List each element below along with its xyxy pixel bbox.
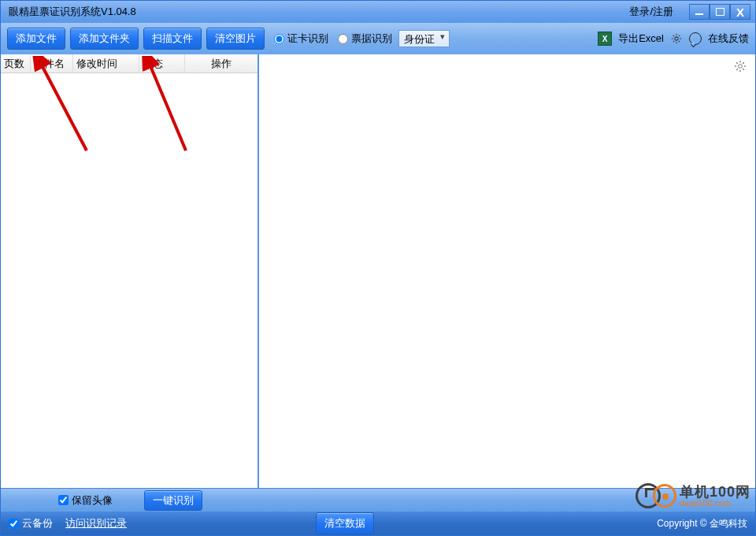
svg-line-1 (40, 62, 87, 151)
chat-icon (689, 32, 702, 45)
file-table-body (1, 73, 258, 488)
bill-recognition-radio[interactable]: 票据识别 (338, 32, 392, 46)
file-list-panel: 页数 文件名 修改时间 状态 操作 (1, 54, 259, 488)
keep-avatar-checkbox-input[interactable] (58, 495, 69, 505)
cloud-backup-checkbox[interactable]: 云备份 (9, 516, 53, 530)
panel-settings-icon[interactable] (733, 59, 747, 73)
doc-type-select[interactable]: 身份证 (398, 30, 450, 47)
col-status[interactable]: 状态 (139, 54, 185, 73)
copyright-text: Copyright © 金鸣科技 (657, 517, 747, 530)
bill-recognition-label: 票据识别 (351, 32, 392, 46)
excel-icon: X (598, 32, 612, 46)
card-recognition-label: 证卡识别 (287, 32, 328, 46)
export-settings-icon[interactable] (670, 32, 683, 45)
recognize-button[interactable]: 一键识别 (144, 490, 202, 511)
file-table-header: 页数 文件名 修改时间 状态 操作 (1, 54, 258, 73)
content-area: 页数 文件名 修改时间 状态 操作 (1, 54, 755, 488)
clear-data-button[interactable]: 清空数据 (316, 512, 374, 534)
svg-line-2 (149, 62, 186, 151)
clear-images-button[interactable]: 清空图片 (206, 28, 265, 50)
login-register-link[interactable]: 登录/注册 (629, 5, 673, 19)
main-toolbar: 添加文件 添加文件夹 扫描文件 清空图片 证卡识别 票据识别 身份证 X 导出E… (1, 23, 755, 54)
preview-panel (259, 54, 755, 488)
svg-point-3 (739, 65, 743, 69)
col-mtime[interactable]: 修改时间 (73, 54, 139, 73)
online-feedback-button[interactable]: 在线反馈 (708, 32, 749, 46)
minimize-button[interactable] (689, 4, 710, 20)
scan-file-button[interactable]: 扫描文件 (143, 28, 202, 50)
app-title: 眼精星票证识别系统V1.04.8 (9, 5, 136, 19)
close-button[interactable]: X (730, 4, 750, 20)
bill-recognition-radio-input[interactable] (338, 34, 348, 44)
col-filename[interactable]: 文件名 (31, 54, 73, 73)
maximize-button[interactable] (710, 4, 730, 20)
visit-records-link[interactable]: 访问识别记录 (65, 516, 127, 530)
export-excel-button[interactable]: 导出Excel (618, 32, 664, 46)
card-recognition-radio-input[interactable] (274, 34, 284, 44)
bottom-toolbar-1: 保留头像 一键识别 (1, 488, 755, 512)
cloud-backup-checkbox-input[interactable] (9, 519, 19, 529)
keep-avatar-checkbox[interactable]: 保留头像 (58, 493, 113, 508)
card-recognition-radio[interactable]: 证卡识别 (274, 32, 328, 46)
svg-point-0 (675, 37, 678, 40)
col-page[interactable]: 页数 (1, 54, 31, 73)
keep-avatar-label: 保留头像 (72, 493, 113, 508)
add-file-button[interactable]: 添加文件 (7, 28, 65, 50)
cloud-backup-label: 云备份 (22, 516, 53, 530)
add-folder-button[interactable]: 添加文件夹 (70, 28, 139, 50)
titlebar: 眼精星票证识别系统V1.04.8 登录/注册 X (1, 1, 755, 23)
col-action[interactable]: 操作 (185, 54, 258, 73)
status-bar: 云备份 访问识别记录 清空数据 Copyright © 金鸣科技 (1, 512, 755, 535)
